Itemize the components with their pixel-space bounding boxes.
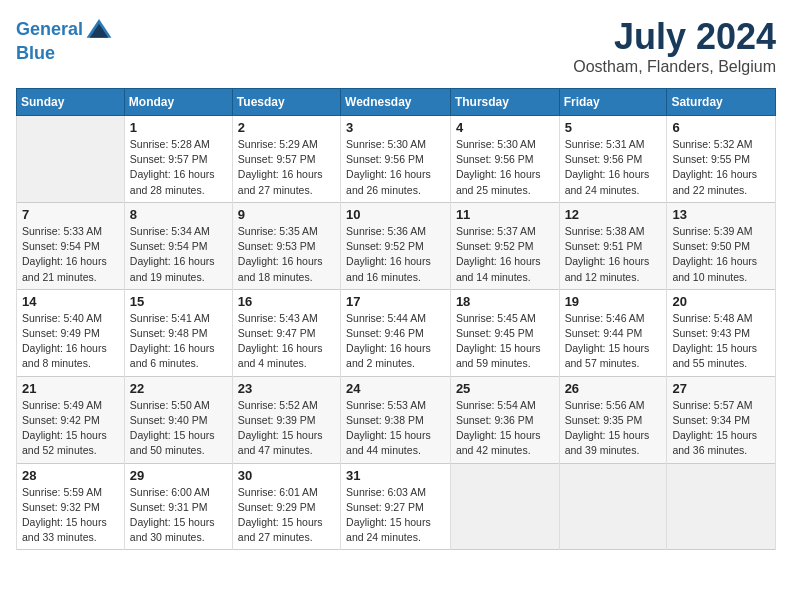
day-cell bbox=[450, 463, 559, 550]
day-number: 15 bbox=[130, 294, 227, 309]
day-cell: 30 Sunrise: 6:01 AM Sunset: 9:29 PM Dayl… bbox=[232, 463, 340, 550]
day-info: Sunrise: 5:34 AM Sunset: 9:54 PM Dayligh… bbox=[130, 224, 227, 285]
day-number: 12 bbox=[565, 207, 662, 222]
day-info: Sunrise: 5:54 AM Sunset: 9:36 PM Dayligh… bbox=[456, 398, 554, 459]
day-number: 7 bbox=[22, 207, 119, 222]
day-info: Sunrise: 5:30 AM Sunset: 9:56 PM Dayligh… bbox=[456, 137, 554, 198]
day-number: 6 bbox=[672, 120, 770, 135]
subtitle: Oostham, Flanders, Belgium bbox=[573, 58, 776, 76]
day-number: 22 bbox=[130, 381, 227, 396]
week-row-2: 7 Sunrise: 5:33 AM Sunset: 9:54 PM Dayli… bbox=[17, 202, 776, 289]
day-cell: 13 Sunrise: 5:39 AM Sunset: 9:50 PM Dayl… bbox=[667, 202, 776, 289]
col-wednesday: Wednesday bbox=[341, 89, 451, 116]
day-number: 24 bbox=[346, 381, 445, 396]
day-cell: 21 Sunrise: 5:49 AM Sunset: 9:42 PM Dayl… bbox=[17, 376, 125, 463]
day-info: Sunrise: 5:31 AM Sunset: 9:56 PM Dayligh… bbox=[565, 137, 662, 198]
day-number: 16 bbox=[238, 294, 335, 309]
day-info: Sunrise: 5:59 AM Sunset: 9:32 PM Dayligh… bbox=[22, 485, 119, 546]
day-cell: 6 Sunrise: 5:32 AM Sunset: 9:55 PM Dayli… bbox=[667, 116, 776, 203]
day-info: Sunrise: 6:01 AM Sunset: 9:29 PM Dayligh… bbox=[238, 485, 335, 546]
calendar-header: Sunday Monday Tuesday Wednesday Thursday… bbox=[17, 89, 776, 116]
logo-icon bbox=[85, 16, 113, 44]
week-row-1: 1 Sunrise: 5:28 AM Sunset: 9:57 PM Dayli… bbox=[17, 116, 776, 203]
day-info: Sunrise: 5:37 AM Sunset: 9:52 PM Dayligh… bbox=[456, 224, 554, 285]
day-cell: 19 Sunrise: 5:46 AM Sunset: 9:44 PM Dayl… bbox=[559, 289, 667, 376]
day-cell: 18 Sunrise: 5:45 AM Sunset: 9:45 PM Dayl… bbox=[450, 289, 559, 376]
day-number: 2 bbox=[238, 120, 335, 135]
day-info: Sunrise: 6:03 AM Sunset: 9:27 PM Dayligh… bbox=[346, 485, 445, 546]
day-cell: 15 Sunrise: 5:41 AM Sunset: 9:48 PM Dayl… bbox=[124, 289, 232, 376]
day-info: Sunrise: 5:48 AM Sunset: 9:43 PM Dayligh… bbox=[672, 311, 770, 372]
day-number: 18 bbox=[456, 294, 554, 309]
day-info: Sunrise: 5:29 AM Sunset: 9:57 PM Dayligh… bbox=[238, 137, 335, 198]
day-number: 19 bbox=[565, 294, 662, 309]
page-header: General Blue July 2024 Oostham, Flanders… bbox=[16, 16, 776, 76]
day-cell: 3 Sunrise: 5:30 AM Sunset: 9:56 PM Dayli… bbox=[341, 116, 451, 203]
day-cell: 5 Sunrise: 5:31 AM Sunset: 9:56 PM Dayli… bbox=[559, 116, 667, 203]
col-tuesday: Tuesday bbox=[232, 89, 340, 116]
day-info: Sunrise: 5:35 AM Sunset: 9:53 PM Dayligh… bbox=[238, 224, 335, 285]
week-row-5: 28 Sunrise: 5:59 AM Sunset: 9:32 PM Dayl… bbox=[17, 463, 776, 550]
day-number: 31 bbox=[346, 468, 445, 483]
day-number: 4 bbox=[456, 120, 554, 135]
logo-blue-text: Blue bbox=[16, 44, 113, 64]
day-info: Sunrise: 5:43 AM Sunset: 9:47 PM Dayligh… bbox=[238, 311, 335, 372]
day-cell: 9 Sunrise: 5:35 AM Sunset: 9:53 PM Dayli… bbox=[232, 202, 340, 289]
day-info: Sunrise: 5:30 AM Sunset: 9:56 PM Dayligh… bbox=[346, 137, 445, 198]
day-cell: 28 Sunrise: 5:59 AM Sunset: 9:32 PM Dayl… bbox=[17, 463, 125, 550]
day-info: Sunrise: 5:53 AM Sunset: 9:38 PM Dayligh… bbox=[346, 398, 445, 459]
day-cell: 11 Sunrise: 5:37 AM Sunset: 9:52 PM Dayl… bbox=[450, 202, 559, 289]
day-cell bbox=[17, 116, 125, 203]
calendar-body: 1 Sunrise: 5:28 AM Sunset: 9:57 PM Dayli… bbox=[17, 116, 776, 550]
day-number: 10 bbox=[346, 207, 445, 222]
day-number: 20 bbox=[672, 294, 770, 309]
day-number: 14 bbox=[22, 294, 119, 309]
day-cell: 24 Sunrise: 5:53 AM Sunset: 9:38 PM Dayl… bbox=[341, 376, 451, 463]
day-info: Sunrise: 5:56 AM Sunset: 9:35 PM Dayligh… bbox=[565, 398, 662, 459]
logo-text: General bbox=[16, 20, 83, 40]
day-info: Sunrise: 5:39 AM Sunset: 9:50 PM Dayligh… bbox=[672, 224, 770, 285]
day-number: 8 bbox=[130, 207, 227, 222]
day-cell: 25 Sunrise: 5:54 AM Sunset: 9:36 PM Dayl… bbox=[450, 376, 559, 463]
day-cell: 10 Sunrise: 5:36 AM Sunset: 9:52 PM Dayl… bbox=[341, 202, 451, 289]
col-sunday: Sunday bbox=[17, 89, 125, 116]
day-cell: 8 Sunrise: 5:34 AM Sunset: 9:54 PM Dayli… bbox=[124, 202, 232, 289]
day-info: Sunrise: 5:38 AM Sunset: 9:51 PM Dayligh… bbox=[565, 224, 662, 285]
col-friday: Friday bbox=[559, 89, 667, 116]
day-number: 27 bbox=[672, 381, 770, 396]
day-number: 30 bbox=[238, 468, 335, 483]
day-info: Sunrise: 5:57 AM Sunset: 9:34 PM Dayligh… bbox=[672, 398, 770, 459]
day-number: 29 bbox=[130, 468, 227, 483]
day-number: 21 bbox=[22, 381, 119, 396]
day-cell: 4 Sunrise: 5:30 AM Sunset: 9:56 PM Dayli… bbox=[450, 116, 559, 203]
day-cell: 20 Sunrise: 5:48 AM Sunset: 9:43 PM Dayl… bbox=[667, 289, 776, 376]
day-cell bbox=[559, 463, 667, 550]
day-info: Sunrise: 5:49 AM Sunset: 9:42 PM Dayligh… bbox=[22, 398, 119, 459]
day-info: Sunrise: 5:33 AM Sunset: 9:54 PM Dayligh… bbox=[22, 224, 119, 285]
day-cell: 2 Sunrise: 5:29 AM Sunset: 9:57 PM Dayli… bbox=[232, 116, 340, 203]
day-info: Sunrise: 5:28 AM Sunset: 9:57 PM Dayligh… bbox=[130, 137, 227, 198]
day-info: Sunrise: 5:52 AM Sunset: 9:39 PM Dayligh… bbox=[238, 398, 335, 459]
day-number: 13 bbox=[672, 207, 770, 222]
week-row-3: 14 Sunrise: 5:40 AM Sunset: 9:49 PM Dayl… bbox=[17, 289, 776, 376]
day-cell: 17 Sunrise: 5:44 AM Sunset: 9:46 PM Dayl… bbox=[341, 289, 451, 376]
day-number: 1 bbox=[130, 120, 227, 135]
day-info: Sunrise: 5:50 AM Sunset: 9:40 PM Dayligh… bbox=[130, 398, 227, 459]
day-number: 3 bbox=[346, 120, 445, 135]
day-cell: 16 Sunrise: 5:43 AM Sunset: 9:47 PM Dayl… bbox=[232, 289, 340, 376]
col-monday: Monday bbox=[124, 89, 232, 116]
day-number: 28 bbox=[22, 468, 119, 483]
day-number: 26 bbox=[565, 381, 662, 396]
day-number: 11 bbox=[456, 207, 554, 222]
main-title: July 2024 bbox=[573, 16, 776, 58]
day-cell bbox=[667, 463, 776, 550]
day-cell: 26 Sunrise: 5:56 AM Sunset: 9:35 PM Dayl… bbox=[559, 376, 667, 463]
day-cell: 7 Sunrise: 5:33 AM Sunset: 9:54 PM Dayli… bbox=[17, 202, 125, 289]
col-thursday: Thursday bbox=[450, 89, 559, 116]
day-info: Sunrise: 5:41 AM Sunset: 9:48 PM Dayligh… bbox=[130, 311, 227, 372]
day-cell: 12 Sunrise: 5:38 AM Sunset: 9:51 PM Dayl… bbox=[559, 202, 667, 289]
day-number: 25 bbox=[456, 381, 554, 396]
day-info: Sunrise: 5:44 AM Sunset: 9:46 PM Dayligh… bbox=[346, 311, 445, 372]
day-cell: 22 Sunrise: 5:50 AM Sunset: 9:40 PM Dayl… bbox=[124, 376, 232, 463]
day-cell: 1 Sunrise: 5:28 AM Sunset: 9:57 PM Dayli… bbox=[124, 116, 232, 203]
